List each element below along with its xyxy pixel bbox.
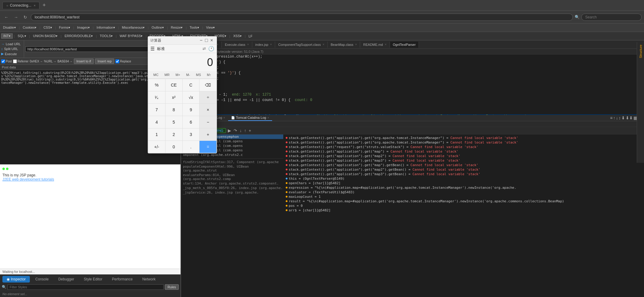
base64-enc[interactable]: BASE64 → [58,60,73,63]
address-bar[interactable] [31,14,573,21]
calc-eq-btn[interactable]: = [199,141,216,153]
calc-mr-btn[interactable]: MR [163,72,171,77]
toolbar-view[interactable]: View▾ [204,25,217,30]
log-btn-2[interactable]: ↓ [616,115,618,120]
toolbar-outline[interactable]: Outline▾ [150,25,166,30]
log-btn-3[interactable]: ↕ [619,115,621,120]
toolbar2-lf[interactable]: LF [247,34,254,39]
toolbar-css[interactable]: CSS▾ [42,25,54,30]
structure-icon-1[interactable]: Structure [639,45,642,58]
calc-conv-icon[interactable]: ⇄ [203,46,206,51]
debug-add[interactable]: + [248,128,252,134]
ide-tab-execute[interactable]: Execute.class × [222,42,252,48]
log-tab-catalina[interactable]: 📄 Tomcat Catalina Log × [228,115,272,121]
ide-tab-close-2[interactable]: × [270,43,272,46]
toolbar2-tools[interactable]: TOOLS▾ [98,33,115,39]
ide-tab-close-3[interactable]: × [322,43,324,46]
replace-checkbox[interactable] [115,59,119,63]
calc-6-btn[interactable]: 6 [183,116,199,128]
calc-mup-btn[interactable]: M↑ [206,72,212,77]
calc-mplus-btn[interactable]: M+ [174,72,181,77]
response-link[interactable]: J2EE web development tutorials [2,177,54,182]
ide-tab-component[interactable]: ComponentTagSupport.class × [275,42,328,48]
debug-step-over[interactable]: ↷ [233,128,238,134]
calc-close-btn[interactable]: × [209,38,214,43]
insert-to-btn[interactable]: Insert to if [74,58,94,64]
insert-rep-btn[interactable]: Insert rep [95,58,114,64]
hex-enc[interactable]: 0xHEX → [30,60,43,63]
calc-mc-btn[interactable]: MC [152,72,160,77]
calc-sign-btn[interactable]: +/- [148,141,165,153]
toolbar-cookies[interactable]: Cookies▾ [21,25,39,30]
referrer-checkbox[interactable] [13,59,17,63]
calc-sub-btn[interactable]: − [199,116,216,128]
browser-tab[interactable]: ○ Connecting... × [2,2,39,9]
replace-checkbox-label[interactable]: Replace [115,59,131,63]
calc-div-btn[interactable]: ÷ [199,91,216,103]
debugger-tab[interactable]: Debugger [54,276,78,283]
ide-tab-ognlparser[interactable]: OgnlTextParser [390,42,419,48]
inspector-tab[interactable]: ◉ Inspector [2,276,30,283]
toolbar-images[interactable]: Images▾ [75,25,92,30]
calc-add-btn[interactable]: + [199,128,216,141]
ide-tab-close-4[interactable]: × [355,43,357,46]
ide-tab-close-0[interactable]: × [217,43,218,46]
calc-mminus-btn[interactable]: M- [185,72,191,77]
calc-recip-btn[interactable]: ¹⁄ₓ [148,91,165,103]
calc-dot-btn[interactable]: . [183,141,199,153]
calc-sq-btn[interactable]: x² [165,91,182,103]
calc-mul-btn[interactable]: × [199,104,216,116]
calc-0-btn[interactable]: 0 [165,141,182,153]
calc-minimize-btn[interactable]: − [199,38,204,43]
calc-maximize-btn[interactable]: □ [204,38,209,43]
log-btn-0[interactable]: ≡ [610,115,612,120]
toolbar-forms[interactable]: Forms▾ [57,25,72,30]
calc-7-btn[interactable]: 7 [148,104,165,116]
calc-c-btn[interactable]: C [183,79,199,91]
referrer-checkbox-label[interactable]: Referrer [13,59,29,63]
back-btn[interactable]: ← [2,14,10,21]
forward-btn[interactable]: → [12,14,20,21]
calc-5-btn[interactable]: 5 [165,116,182,128]
debug-step-into[interactable]: ↓ [239,128,242,134]
toolbar2-int[interactable]: INT▾ [1,33,13,39]
console-tab[interactable]: Console [31,276,53,283]
calc-percent-btn[interactable]: % [148,79,165,91]
log-tab-close-1[interactable]: × [267,116,269,119]
toolbar-misc[interactable]: Miscellaneous▾ [120,25,147,30]
toolbar2-error[interactable]: ERROR/DOUBLE▾ [63,33,95,39]
calc-ms-btn[interactable]: MS [195,72,202,77]
new-tab-btn[interactable]: + [40,2,48,8]
log-btn-5[interactable]: ⬇⬇ [626,115,633,120]
calc-2-btn[interactable]: 2 [165,128,182,141]
toolbar2-xss[interactable]: XSS▾ [231,33,243,39]
style-editor-tab[interactable]: Style Editor [80,276,106,283]
toolbar-resize[interactable]: Resize▾ [169,25,185,30]
calc-9-btn[interactable]: 9 [183,104,199,116]
split-url-btn[interactable]: ↕ Split URL [1,46,23,51]
ide-tab-beanmap[interactable]: BeanMap.class × [328,42,360,48]
calc-backspace-btn[interactable]: ⌫ [199,79,216,91]
debug-step-out[interactable]: ↑ [243,128,247,134]
load-url-btn[interactable]: → Load URL [1,42,23,46]
tab-close-btn[interactable]: × [34,4,36,7]
calc-history-icon[interactable]: 🕐 [208,46,214,52]
log-tab-close-0[interactable]: × [223,116,225,119]
calc-3-btn[interactable]: 3 [183,128,199,141]
calc-4-btn[interactable]: 4 [148,116,165,128]
url-enc[interactable]: %URL → [44,60,56,63]
calc-sqrt-btn[interactable]: √x [183,91,199,103]
code-area[interactable]: 43 char c = expression.charAt(x++); 44 i… [181,55,644,115]
log-btn-1[interactable]: ↑ [613,115,615,120]
rules-btn[interactable]: Rules [165,284,179,290]
toolbar-tools[interactable]: Tools▾ [188,25,201,30]
toolbar-information[interactable]: Information▾ [95,25,117,30]
toolbar2-sql[interactable]: SQL▾ [16,33,28,39]
filter-input[interactable] [8,284,164,290]
toolbar-disable[interactable]: Disable▾ [1,25,18,30]
ide-tab-readme[interactable]: README.md × [360,42,390,48]
calc-ce-btn[interactable]: CE [165,79,182,91]
network-tab[interactable]: Network [138,276,160,283]
ide-tab-index[interactable]: index.jsp × [252,42,275,48]
debug-resume[interactable]: ▶ [227,128,232,134]
